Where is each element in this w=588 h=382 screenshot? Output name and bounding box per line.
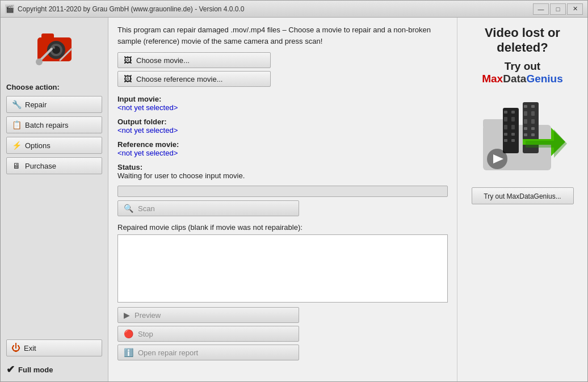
ad-try-text: Try out [505,60,540,72]
options-label: Options [25,141,51,150]
svg-rect-31 [524,133,527,136]
close-button[interactable]: ✕ [567,3,583,15]
reference-movie-value: <not yet selected> [117,149,178,157]
stop-label: Stop [138,330,153,338]
stop-icon: 🔴 [124,329,133,338]
right-panel: Video lost ordeleted? Try out MaxDataGen… [457,18,587,381]
choose-buttons-area: 🖼 Choose movie... 🖼 Choose reference mov… [117,52,448,87]
svg-rect-11 [503,108,519,153]
main-content: Choose action: 🔧 Repair 📋 Batch repairs … [1,18,587,381]
open-report-label: Open repair report [138,349,198,357]
status-label: Status: [117,163,142,171]
reference-movie-label: Reference movie: [117,140,179,149]
ad-try-button[interactable]: Try out MaxDataGenius... [472,187,574,204]
ad-data-text: Data [503,73,526,85]
scan-button[interactable]: 🔍 Scan [117,200,299,216]
output-folder-section: Output folder: <not yet selected> [117,117,448,135]
svg-rect-15 [511,117,515,121]
checkmark-icon: ✔ [6,363,15,376]
choose-reference-button[interactable]: 🖼 Choose reference movie... [117,71,271,87]
ad-illustration [472,91,574,187]
purchase-label: Purchase [25,162,56,170]
svg-rect-24 [531,105,535,108]
center-panel: This program can repair damaged .mov/.mp… [108,18,457,381]
options-button[interactable]: ⚡ Options [6,137,102,154]
choose-movie-icon: 🖼 [124,56,132,65]
choose-action-label: Choose action: [6,83,102,91]
input-movie-label: Input movie: [117,95,161,103]
ad-subtitle: Try out MaxDataGenius [482,60,563,85]
description-text: This program can repair damaged .mov/.mp… [117,24,448,47]
app-icon: 🎬 [5,5,14,14]
stop-button[interactable]: 🔴 Stop [117,326,299,342]
repair-button[interactable]: 🔧 Repair [6,96,102,113]
batch-repairs-button[interactable]: 📋 Batch repairs [6,116,102,133]
reference-movie-section: Reference movie: <not yet selected> [117,140,448,157]
repair-icon: 🔧 [11,100,22,109]
exit-label: Exit [24,344,36,352]
window-controls: — □ ✕ [533,3,583,15]
logo-icon [29,23,80,74]
purchase-button[interactable]: 🖥 Purchase [6,157,102,174]
choose-movie-label: Choose movie... [136,56,190,65]
exit-button[interactable]: ⏻ Exit [6,339,102,356]
ad-image [472,91,574,187]
output-folder-label: Output folder: [117,117,167,126]
svg-rect-16 [504,125,507,129]
svg-rect-21 [511,139,515,142]
svg-rect-19 [511,133,515,136]
svg-point-5 [53,47,55,49]
sidebar: Choose action: 🔧 Repair 📋 Batch repairs … [1,18,108,381]
maximize-button[interactable]: □ [550,3,566,15]
sidebar-logo [6,23,102,74]
svg-rect-26 [531,111,535,116]
window-title: Copyright 2011-2020 by Grau GmbH (www.gr… [18,5,533,13]
ad-title: Video lost ordeleted? [485,26,560,56]
svg-rect-28 [531,119,535,124]
sidebar-exit-area: ⏻ Exit ✔ Full mode [6,339,102,376]
minimize-button[interactable]: — [533,3,549,15]
options-icon: ⚡ [11,141,22,150]
svg-rect-30 [531,127,535,130]
full-mode-row: ✔ Full mode [6,363,102,376]
exit-icon: ⏻ [11,343,20,353]
batch-icon: 📋 [11,120,22,129]
title-bar: 🎬 Copyright 2011-2020 by Grau GmbH (www.… [1,1,587,18]
svg-rect-14 [504,117,507,121]
preview-button[interactable]: ▶ Preview [117,307,299,323]
repair-label: Repair [25,100,47,109]
preview-label: Preview [135,311,161,320]
repaired-textarea[interactable] [117,234,448,303]
full-mode-label: Full mode [18,366,53,374]
repaired-label: Repaired movie clips (blank if movie was… [117,223,448,232]
ad-genius-text: Genius [526,73,562,85]
preview-icon: ▶ [124,310,130,320]
batch-label: Batch repairs [25,121,69,129]
svg-rect-25 [524,111,527,116]
svg-rect-17 [511,125,515,129]
output-folder-value: <not yet selected> [117,126,178,135]
svg-rect-29 [524,127,527,130]
svg-rect-1 [41,33,54,40]
svg-rect-23 [524,105,527,108]
input-movie-value: <not yet selected> [117,103,178,112]
open-report-icon: ℹ️ [124,348,133,357]
choose-reference-icon: 🖼 [124,74,132,83]
main-window: 🎬 Copyright 2011-2020 by Grau GmbH (www.… [0,0,588,382]
scan-label: Scan [138,204,155,213]
bottom-buttons: ▶ Preview 🔴 Stop ℹ️ Open repair report [117,307,448,360]
svg-rect-13 [511,111,515,114]
status-section: Status: Waiting for user to choose input… [117,163,448,180]
svg-rect-32 [531,133,535,136]
svg-rect-18 [504,133,507,136]
svg-point-7 [36,58,43,65]
status-value: Waiting for user to choose input movie. [117,171,245,180]
input-movie-section: Input movie: <not yet selected> [117,95,448,112]
open-report-button[interactable]: ℹ️ Open repair report [117,345,299,360]
scan-icon: 🔍 [124,204,133,213]
choose-movie-button[interactable]: 🖼 Choose movie... [117,52,271,68]
progress-bar-container [117,186,448,197]
svg-rect-20 [504,139,507,142]
ad-max-text: Max [482,73,503,85]
svg-rect-12 [504,111,507,114]
